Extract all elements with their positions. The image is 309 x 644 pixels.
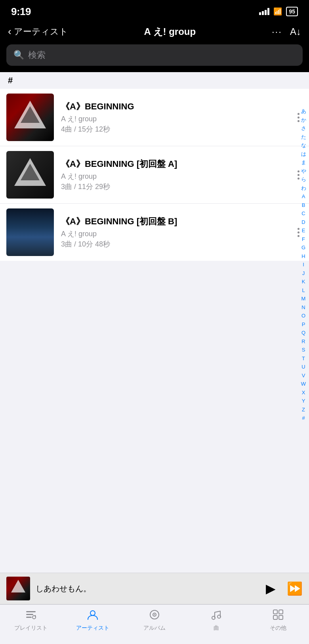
index-item[interactable]: は <box>301 150 306 159</box>
back-label: アーティスト <box>14 26 68 38</box>
index-item[interactable]: N <box>301 303 305 312</box>
index-item[interactable]: な <box>301 141 306 150</box>
index-item[interactable]: S <box>302 346 305 354</box>
search-icon: 🔍 <box>13 50 24 60</box>
back-button[interactable]: ‹ アーティスト <box>8 26 68 38</box>
index-item[interactable]: Z <box>302 405 305 414</box>
tab-album[interactable]: アルバム <box>124 605 185 636</box>
index-item[interactable]: P <box>302 320 305 329</box>
index-item[interactable]: E <box>302 226 305 235</box>
index-item[interactable]: I <box>303 260 304 269</box>
more-icon <box>273 609 284 623</box>
index-item[interactable]: V <box>302 371 305 380</box>
index-item[interactable]: さ <box>301 124 306 133</box>
tab-song-label: 曲 <box>214 625 219 632</box>
more-button[interactable]: ··· <box>272 26 282 37</box>
index-item[interactable]: G <box>301 243 305 252</box>
tab-bar: プレイリスト アーティスト アルバム 曲 <box>0 604 309 644</box>
playlist-icon <box>25 609 36 623</box>
index-item[interactable]: W <box>301 380 306 388</box>
now-playing-title: しあわせもん。 <box>36 583 266 594</box>
svg-point-5 <box>90 611 95 615</box>
album-item[interactable]: 《A》BEGINNING A え! group 4曲 / 15分 12秒 <box>0 89 309 146</box>
album-details: 3曲 / 10分 48秒 <box>61 239 294 249</box>
index-item[interactable]: わ <box>301 184 306 193</box>
search-bar[interactable]: 🔍 検索 <box>6 44 303 66</box>
index-item[interactable]: L <box>302 286 305 295</box>
search-container: 🔍 検索 <box>0 44 309 72</box>
index-item[interactable]: M <box>301 294 306 303</box>
section-index-label: # <box>8 75 13 85</box>
wifi-icon: 📶 <box>273 7 282 16</box>
album-details: 3曲 / 11分 29秒 <box>61 182 294 191</box>
album-info: 《A》BEGINNING [初回盤 A] A え! group 3曲 / 11分… <box>61 158 294 191</box>
svg-rect-0 <box>26 611 36 612</box>
tab-more[interactable]: その他 <box>247 605 309 636</box>
tab-playlist-label: プレイリスト <box>14 625 48 632</box>
index-item[interactable]: U <box>301 363 305 371</box>
song-icon <box>211 609 222 623</box>
svg-point-8 <box>154 614 155 615</box>
artist-icon <box>87 609 98 623</box>
album-info: 《A》BEGINNING [初回盤 B] A え! group 3曲 / 10分… <box>61 216 294 249</box>
album-item[interactable]: 《A》BEGINNING [初回盤 B] A え! group 3曲 / 10分… <box>0 204 309 261</box>
index-item[interactable]: か <box>301 116 306 124</box>
album-art <box>6 94 54 141</box>
index-item[interactable]: Y <box>302 397 305 405</box>
index-item[interactable]: B <box>302 201 305 210</box>
album-art <box>6 208 54 256</box>
index-item[interactable]: T <box>302 354 305 363</box>
play-button[interactable]: ▶ <box>266 581 276 596</box>
now-playing-art-decoration <box>11 580 25 592</box>
nav-actions: ··· A↓ <box>272 26 301 37</box>
chevron-left-icon: ‹ <box>8 25 11 38</box>
index-item[interactable]: D <box>301 218 305 227</box>
album-art <box>6 151 54 199</box>
index-item[interactable]: F <box>302 235 305 244</box>
now-playing-art <box>6 577 30 600</box>
status-time: 9:19 <box>11 6 31 18</box>
skip-forward-button[interactable]: ⏩ <box>287 581 303 596</box>
index-item[interactable]: O <box>301 311 305 320</box>
index-item[interactable]: J <box>302 269 305 278</box>
album-artist: A え! group <box>61 229 294 239</box>
index-item[interactable]: R <box>301 337 305 346</box>
index-item[interactable]: K <box>302 277 305 286</box>
tab-album-label: アルバム <box>143 625 166 632</box>
index-item[interactable]: た <box>301 133 306 141</box>
tab-playlist[interactable]: プレイリスト <box>0 605 62 636</box>
album-icon <box>149 609 160 623</box>
now-playing-controls: ▶ ⏩ <box>266 581 303 596</box>
index-item[interactable]: ら <box>301 175 306 184</box>
svg-rect-14 <box>279 615 283 619</box>
battery-icon: 95 <box>286 7 298 16</box>
index-item[interactable]: H <box>301 252 305 261</box>
sort-button[interactable]: A↓ <box>290 26 301 37</box>
index-item[interactable]: A <box>302 192 305 201</box>
album-artist: A え! group <box>61 114 294 124</box>
index-item[interactable]: C <box>301 209 305 218</box>
index-item[interactable]: X <box>302 388 305 397</box>
index-item[interactable]: Q <box>301 329 305 337</box>
search-input[interactable]: 検索 <box>28 49 46 61</box>
svg-rect-1 <box>26 614 33 615</box>
tab-artist[interactable]: アーティスト <box>62 605 124 636</box>
svg-rect-2 <box>26 617 32 618</box>
index-item[interactable]: ま <box>301 158 306 167</box>
svg-rect-12 <box>279 610 283 614</box>
index-item[interactable]: # <box>302 414 305 422</box>
svg-line-4 <box>35 615 36 617</box>
album-details: 4曲 / 15分 12秒 <box>61 124 294 134</box>
album-item[interactable]: 《A》BEGINNING [初回盤 A] A え! group 3曲 / 11分… <box>0 146 309 204</box>
album-title: 《A》BEGINNING [初回盤 B] <box>61 216 294 227</box>
album-list: 《A》BEGINNING A え! group 4曲 / 15分 12秒 《A》… <box>0 89 309 261</box>
now-playing-bar[interactable]: しあわせもん。 ▶ ⏩ <box>0 573 309 604</box>
index-item[interactable]: や <box>301 167 306 176</box>
navigation-bar: ‹ アーティスト A え! group ··· A↓ <box>0 21 309 44</box>
tab-song[interactable]: 曲 <box>185 605 247 636</box>
svg-rect-11 <box>273 610 277 614</box>
index-item[interactable]: あ <box>301 107 306 116</box>
album-art-decoration <box>14 101 46 128</box>
album-title: 《A》BEGINNING [初回盤 A] <box>61 158 294 170</box>
page-title: A え! group <box>144 25 196 38</box>
